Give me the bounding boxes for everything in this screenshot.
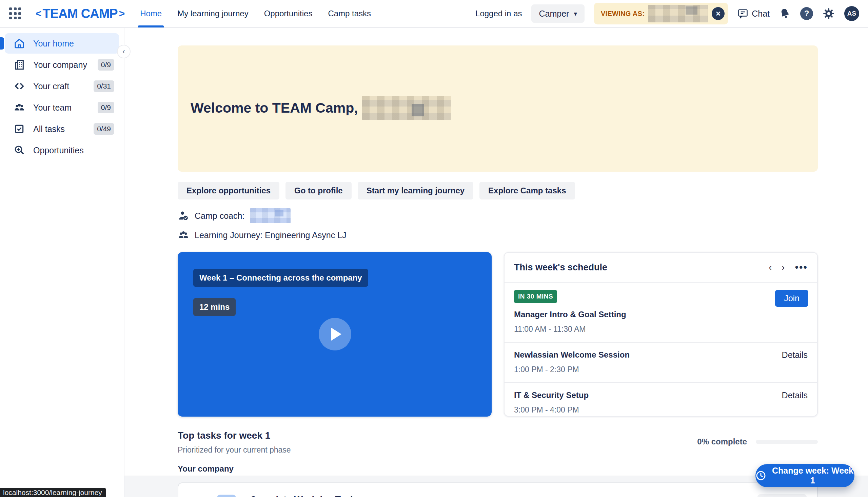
top-navbar: < TEAM CAMP > Home My learning journey O…: [0, 0, 868, 28]
event-title: Manager Intro & Goal Setting: [514, 310, 808, 319]
welcome-title: Welcome to TEAM Camp,: [191, 100, 358, 116]
sidebar-count-badge: 0/31: [93, 81, 114, 92]
schedule-event-row: Newlassian Welcome Session Details 1:00 …: [504, 343, 817, 383]
app-window: < TEAM CAMP > Home My learning journey O…: [0, 0, 868, 497]
code-icon: [14, 81, 25, 92]
redacted-viewing-as-name: [648, 5, 708, 23]
sidebar-count-badge: 0/9: [98, 102, 114, 113]
active-indicator: [0, 37, 4, 49]
week-video-card[interactable]: Week 1 – Connecting across the company 1…: [178, 252, 492, 416]
prev-week-icon[interactable]: ‹: [769, 262, 772, 273]
chevron-left-icon: ‹: [122, 47, 125, 56]
details-link[interactable]: Details: [782, 390, 808, 400]
sidebar-count-badge: 0/49: [93, 123, 114, 135]
schedule-event-row: IT & Security Setup Details 3:00 PM - 4:…: [504, 383, 817, 416]
user-avatar[interactable]: AS: [844, 6, 859, 21]
top-tasks-header: Top tasks for week 1 Prioritized for you…: [178, 430, 818, 455]
learning-journey-label: Learning Journey: Engineering Async LJ: [195, 230, 347, 240]
schedule-controls: ‹ › •••: [769, 261, 808, 273]
sidebar-item-your-home[interactable]: Your home: [5, 33, 119, 54]
nav-item-home[interactable]: Home: [140, 0, 162, 28]
quick-actions-row: Explore opportunities Go to profile Star…: [178, 182, 818, 199]
checkbox-icon: [14, 124, 25, 134]
sidebar-item-label: Your home: [33, 39, 74, 48]
redacted-coach-name: [250, 208, 291, 223]
starts-soon-badge: IN 30 MINS: [514, 290, 557, 303]
role-selector-value: Camper: [539, 9, 569, 19]
sidebar-item-label: Your team: [33, 103, 72, 113]
people-group-icon: [178, 229, 189, 241]
task-checkbox[interactable]: [217, 495, 236, 497]
role-selector-dropdown[interactable]: Camper ▾: [531, 4, 584, 23]
notifications-bell-icon[interactable]: [779, 8, 791, 19]
event-time: 11:00 AM - 11:30 AM: [514, 325, 808, 334]
chat-icon: [737, 9, 748, 19]
chevron-down-icon: ▾: [574, 10, 577, 18]
event-title: Newlassian Welcome Session: [514, 350, 808, 359]
nav-item-opportunities[interactable]: Opportunities: [264, 0, 313, 28]
top-tasks-subtitle: Prioritized for your current phase: [178, 445, 818, 455]
join-button[interactable]: Join: [775, 290, 808, 307]
building-icon: [14, 59, 25, 71]
team-camp-logo[interactable]: < TEAM CAMP >: [34, 6, 126, 21]
progress-indicator: 0% complete: [697, 437, 818, 446]
viewing-as-label: VIEWING AS:: [601, 10, 645, 18]
logged-in-as-label: Logged in as: [475, 9, 522, 18]
event-time: 3:00 PM - 4:00 PM: [514, 406, 808, 414]
schedule-header: This week's schedule ‹ › •••: [504, 253, 817, 283]
sidebar-nav-list: Your home Your company 0/9: [0, 28, 124, 160]
play-icon: [331, 328, 341, 341]
close-icon[interactable]: ✕: [712, 7, 724, 20]
app-switcher-icon[interactable]: [9, 8, 21, 20]
video-duration-badge: 12 mins: [193, 298, 236, 316]
sidebar-item-label: Your company: [33, 60, 87, 70]
primary-nav: Home My learning journey Opportunities C…: [140, 0, 371, 28]
sidebar-item-label: Opportunities: [33, 145, 84, 155]
event-time: 1:00 PM - 2:30 PM: [514, 365, 808, 374]
change-week-label: Change week: Week 1: [771, 466, 854, 485]
week-title-badge: Week 1 – Connecting across the company: [193, 269, 368, 287]
schedule-event-row: IN 30 MINS Join Manager Intro & Goal Set…: [504, 283, 817, 343]
sidebar-item-your-company[interactable]: Your company 0/9: [5, 55, 119, 75]
go-to-profile-button[interactable]: Go to profile: [285, 182, 352, 199]
cards-row: Week 1 – Connecting across the company 1…: [178, 252, 818, 416]
change-week-button[interactable]: Change week: Week 1: [755, 464, 854, 487]
learning-journey-line: Learning Journey: Engineering Async LJ: [178, 229, 818, 241]
logo-text: TEAM CAMP: [43, 6, 118, 21]
task-title: Complete Workday Tasks: [250, 495, 361, 497]
camp-coach-label: Camp coach:: [195, 211, 245, 221]
chat-button[interactable]: Chat: [737, 9, 770, 19]
next-week-icon[interactable]: ›: [782, 262, 785, 273]
progress-bar: [756, 440, 818, 444]
play-button[interactable]: [319, 318, 351, 351]
settings-gear-icon[interactable]: [823, 8, 835, 20]
details-link[interactable]: Details: [782, 350, 808, 360]
nav-item-learning-journey[interactable]: My learning journey: [177, 0, 248, 28]
sidebar-count-badge: 0/9: [98, 59, 114, 71]
task-card[interactable]: Complete Workday Tasks: [178, 482, 818, 497]
more-options-icon[interactable]: •••: [795, 261, 808, 273]
browser-status-bar: localhost:3000/learning-journey: [0, 488, 106, 497]
chat-label: Chat: [752, 9, 770, 19]
person-check-icon: [178, 210, 189, 222]
welcome-title-row: Welcome to TEAM Camp,: [191, 96, 451, 120]
logo-left-bracket: <: [35, 8, 41, 19]
event-title: IT & Security Setup: [514, 390, 808, 400]
sidebar-item-your-craft[interactable]: Your craft 0/31: [5, 76, 119, 96]
sidebar-item-label: All tasks: [33, 124, 65, 134]
sidebar: Your home Your company 0/9: [0, 28, 124, 497]
redacted-user-name: [362, 96, 451, 120]
help-icon[interactable]: ?: [800, 7, 813, 20]
navbar-right: Logged in as Camper ▾ VIEWING AS: ✕ Chat: [475, 3, 868, 25]
search-plus-icon: [14, 145, 25, 156]
sidebar-item-opportunities[interactable]: Opportunities: [5, 140, 119, 160]
nav-item-camp-tasks[interactable]: Camp tasks: [328, 0, 371, 28]
explore-opportunities-button[interactable]: Explore opportunities: [178, 182, 279, 199]
start-learning-journey-button[interactable]: Start my learning journey: [358, 182, 473, 199]
sidebar-item-your-team[interactable]: Your team 0/9: [5, 97, 119, 118]
sidebar-collapse-button[interactable]: ‹: [117, 45, 131, 58]
explore-camp-tasks-button[interactable]: Explore Camp tasks: [480, 182, 575, 199]
sidebar-item-all-tasks[interactable]: All tasks 0/49: [5, 119, 119, 139]
task-action-placeholder: [757, 494, 807, 497]
sidebar-item-label: Your craft: [33, 82, 69, 91]
